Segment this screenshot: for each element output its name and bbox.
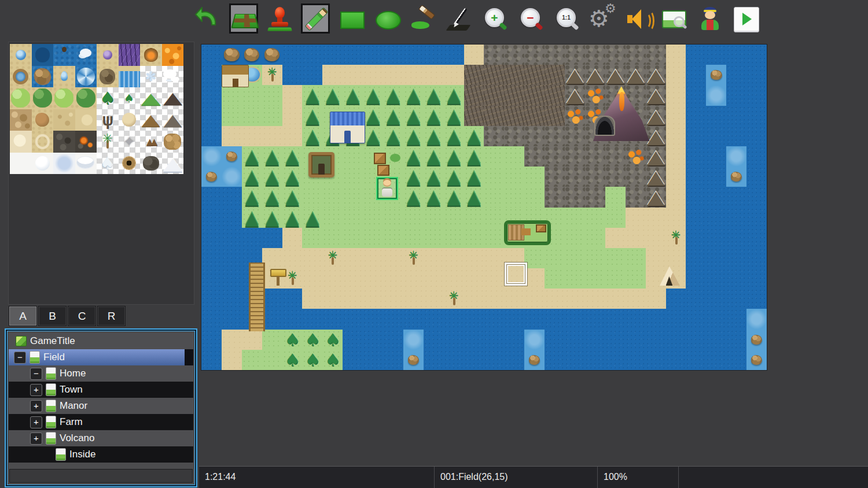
map-mode-button[interactable] (229, 3, 258, 34)
undo-button[interactable] (193, 3, 222, 35)
map-tile-deep-water[interactable] (706, 45, 726, 65)
map-tile-dead-forest[interactable] (484, 65, 504, 85)
map-tile-deep-water[interactable] (201, 187, 222, 207)
map-tile-deep-water[interactable] (585, 330, 605, 350)
map-tile-rocky-ground[interactable] (545, 126, 565, 146)
map-tile-deep-water[interactable] (666, 330, 686, 350)
map-tile-deep-water[interactable] (686, 45, 706, 65)
map-tile-deep-water[interactable] (444, 45, 464, 65)
map-tile-pine-tree[interactable] (242, 208, 262, 228)
palette-tile-sand-plain[interactable] (75, 109, 97, 131)
map-tile-deep-water[interactable] (302, 309, 322, 329)
map-tile-deep-water[interactable] (222, 248, 242, 268)
map-tile-grass[interactable] (585, 248, 605, 268)
shadow-pen-button[interactable] (444, 3, 473, 35)
map-tile-rocky-ground[interactable] (585, 187, 605, 207)
map-tile-sand[interactable] (444, 268, 464, 289)
map-tile-rocks-in-shallow[interactable] (746, 350, 767, 370)
map-tile-dead-forest[interactable] (484, 85, 504, 105)
map-tile-deep-water[interactable] (444, 309, 464, 329)
map-tile-mountain[interactable] (646, 187, 666, 207)
map-tree-item-field[interactable]: −Field (9, 349, 193, 365)
map-tile-sand[interactable] (484, 289, 504, 309)
palette-tile-rocks-dark2[interactable] (140, 153, 162, 175)
map-tile-deep-water[interactable] (343, 309, 363, 329)
map-tile-deep-water[interactable] (262, 289, 282, 309)
map-tile-deep-water[interactable] (282, 65, 303, 85)
map-tile-deep-water[interactable] (424, 330, 444, 350)
map-tile-sand[interactable] (464, 45, 484, 65)
map-tile-deep-water[interactable] (746, 228, 767, 248)
map-tile-pine-tree[interactable] (282, 167, 303, 187)
map-tile-deep-water[interactable] (605, 309, 626, 329)
map-tile-mountain[interactable] (646, 106, 666, 126)
map-tile-deep-water[interactable] (686, 309, 706, 329)
map-tile-grass[interactable] (302, 228, 322, 248)
map-tile-pine-tree[interactable] (282, 146, 303, 167)
palette-tile-water-cloud[interactable] (75, 44, 97, 66)
palette-tile-sand-dot-purple[interactable] (97, 44, 119, 66)
map-tile-mountain[interactable] (565, 85, 585, 105)
map-tile-sand[interactable] (524, 289, 545, 309)
map-tile-rocky-ground[interactable] (565, 126, 585, 146)
map-tile-pine-tree[interactable] (383, 85, 403, 105)
map-tile-rocky-ground[interactable] (565, 146, 585, 167)
map-tile-grass[interactable] (484, 228, 504, 248)
map-tile-sand[interactable] (626, 208, 646, 228)
map-tile-dead-forest[interactable] (464, 65, 484, 85)
map-tile-pine-tree[interactable] (444, 126, 464, 146)
palette-tile-bush-light2[interactable] (53, 87, 75, 109)
map-tile-sand[interactable] (302, 248, 322, 268)
map-tile-shallow-water[interactable] (222, 167, 242, 187)
map-tile-grass[interactable] (565, 268, 585, 289)
map-tile-sand[interactable] (524, 268, 545, 289)
map-tile-dead-forest[interactable] (524, 85, 545, 105)
map-tile-deep-water[interactable] (706, 208, 726, 228)
map-tile-rocks-in-shallow[interactable] (706, 65, 726, 85)
ellipse-button[interactable] (373, 3, 402, 35)
map-tile-rocky-ground[interactable] (524, 45, 545, 65)
map-tile-pine-tree[interactable] (302, 208, 322, 228)
map-tile-deep-water[interactable] (605, 330, 626, 350)
map-tile-deep-water[interactable] (343, 350, 363, 370)
map-tree-item-farm[interactable]: +Farm (9, 414, 193, 430)
palette-tile-bush-light[interactable] (10, 87, 32, 109)
map-tile-grass[interactable] (363, 208, 383, 228)
map-fort[interactable] (308, 152, 334, 178)
map-tile-shallow-water[interactable] (746, 309, 767, 329)
map-tile-pine-tree[interactable] (302, 106, 322, 126)
map-tile-dead-forest[interactable] (484, 106, 504, 126)
map-tile-deep-water[interactable] (201, 350, 222, 370)
map-tile-mountain[interactable] (585, 65, 605, 85)
map-tile-deep-water[interactable] (746, 167, 767, 187)
map-tile-sand[interactable] (222, 330, 242, 350)
map-tile-deep-water[interactable] (686, 289, 706, 309)
map-tile-pine-tree[interactable] (282, 187, 303, 207)
map-tile-deep-water[interactable] (363, 309, 383, 329)
map-tile-deep-water[interactable] (726, 268, 746, 289)
map-tile-deep-water[interactable] (686, 167, 706, 187)
map-tile-pine-tree[interactable] (403, 126, 424, 146)
map-tile-rocky-ground[interactable] (524, 126, 545, 146)
map-tile-pine-tree[interactable] (424, 126, 444, 146)
map-tile-grass[interactable] (322, 228, 343, 248)
map-tile-rocks-in-water[interactable] (262, 45, 282, 65)
map-canvas[interactable] (201, 45, 767, 370)
map-tile-deep-water[interactable] (504, 309, 524, 329)
map-tile-deep-water[interactable] (686, 146, 706, 167)
map-tile-deep-water[interactable] (282, 45, 303, 65)
map-tile-sand[interactable] (262, 248, 282, 268)
map-tile-rocky-ground[interactable] (545, 146, 565, 167)
map-tile-sand[interactable] (302, 268, 322, 289)
search-button[interactable] (660, 3, 689, 35)
palette-tile-white[interactable] (10, 153, 32, 175)
map-house-small[interactable] (222, 65, 249, 87)
map-tile-sand[interactable] (363, 248, 383, 268)
map-tile-sand[interactable] (222, 350, 242, 370)
map-tile-deep-water[interactable] (686, 350, 706, 370)
map-tile-deep-water[interactable] (686, 268, 706, 289)
map-tile-grass[interactable] (565, 208, 585, 228)
map-tile-grass[interactable] (262, 106, 282, 126)
map-tile-dead-forest[interactable] (504, 85, 524, 105)
map-tile-deep-water[interactable] (262, 228, 282, 248)
